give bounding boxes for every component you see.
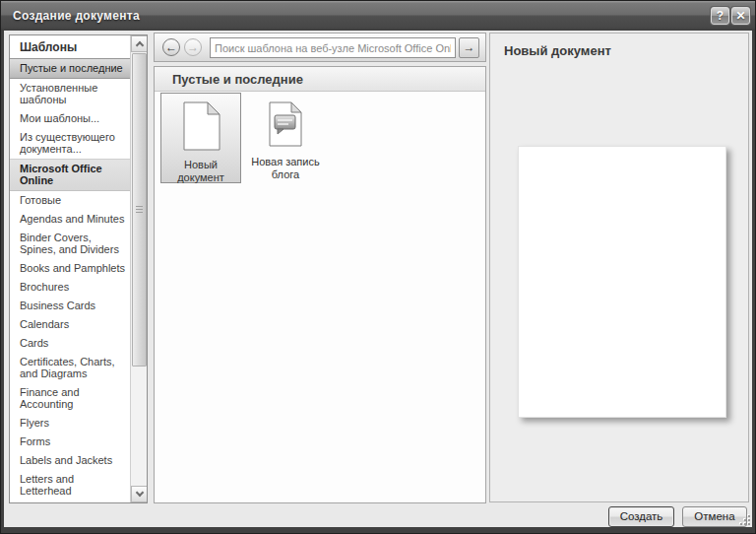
preview-title: Новый документ xyxy=(504,43,611,58)
sidebar-item-books[interactable]: Books and Pamphlets xyxy=(10,259,130,278)
dialog-title: Создание документа xyxy=(13,1,140,31)
sidebar-scrollbar[interactable] xyxy=(130,35,147,502)
create-button[interactable]: Создать xyxy=(608,506,674,527)
sidebar-item-cards[interactable]: Cards xyxy=(10,334,130,353)
search-toolbar: ← → → xyxy=(154,33,486,62)
new-document-dialog: Создание документа ? ✕ Шаблоны Пустые и … xyxy=(0,0,756,534)
template-tile-label: Новая запись блога xyxy=(245,156,326,181)
template-categories-list: Шаблоны Пустые и последние Установленные… xyxy=(10,35,130,502)
sidebar-item-featured[interactable]: Готовые xyxy=(10,191,130,210)
blank-document-icon xyxy=(181,101,220,151)
close-button[interactable]: ✕ xyxy=(731,7,750,25)
sidebar-section-office-online: Microsoft Office Online xyxy=(10,159,130,191)
sidebar-item-my-templates[interactable]: Мои шаблоны... xyxy=(10,109,130,128)
resize-grip-icon[interactable] xyxy=(738,513,750,525)
sidebar-item-calendars[interactable]: Calendars xyxy=(10,315,130,334)
close-icon: ✕ xyxy=(735,9,745,23)
sidebar-header: Шаблоны xyxy=(10,35,130,58)
search-go-icon: → xyxy=(464,40,475,54)
sidebar-item-brochures[interactable]: Brochures xyxy=(10,278,130,297)
scroll-up-icon xyxy=(136,41,144,49)
template-tile-new-document[interactable]: Новый документ xyxy=(160,93,241,183)
scroll-down-button[interactable] xyxy=(131,486,148,502)
sidebar-item-from-existing[interactable]: Из существующего документа... xyxy=(10,128,130,159)
template-tiles: Новый документ xyxy=(155,92,485,183)
sidebar-item-flyers[interactable]: Flyers xyxy=(10,414,130,433)
sidebar-item-binder-covers[interactable]: Binder Covers, Spines, and Dividers xyxy=(10,229,130,259)
sidebar-item-finance[interactable]: Finance and Accounting xyxy=(10,383,130,414)
sidebar-item-memos[interactable]: Memos and Fax Covers xyxy=(10,501,130,502)
document-preview-page xyxy=(518,146,726,418)
scroll-down-icon xyxy=(136,489,144,497)
sidebar-item-agendas[interactable]: Agendas and Minutes xyxy=(10,210,130,229)
help-button[interactable]: ? xyxy=(711,7,729,25)
sidebar-item-labels[interactable]: Labels and Jackets xyxy=(10,451,130,470)
sidebar-item-blank-recent[interactable]: Пустые и последние xyxy=(10,58,130,79)
sidebar-item-installed-templates[interactable]: Установленные шаблоны xyxy=(10,79,130,109)
gallery-section-title: Пустые и последние xyxy=(155,67,485,92)
search-go-button[interactable]: → xyxy=(459,37,479,58)
help-icon: ? xyxy=(717,9,724,23)
dialog-body: Шаблоны Пустые и последние Установленные… xyxy=(4,31,752,527)
back-icon: ← xyxy=(165,40,177,54)
sidebar-item-business-cards[interactable]: Business Cards xyxy=(10,297,130,315)
blog-post-icon xyxy=(267,100,304,148)
sidebar-item-forms[interactable]: Forms xyxy=(10,433,130,451)
scrollbar-thumb[interactable] xyxy=(132,53,147,367)
back-button[interactable]: ← xyxy=(162,38,180,56)
title-bar[interactable]: Создание документа ? ✕ xyxy=(1,1,755,31)
sidebar-item-letters[interactable]: Letters and Letterhead xyxy=(10,470,130,501)
template-tile-label: Новый документ xyxy=(161,159,240,184)
template-gallery-panel: Пустые и последние Новый документ xyxy=(154,66,486,503)
sidebar-item-certificates[interactable]: Certificates, Charts, and Diagrams xyxy=(10,353,130,383)
template-search-box xyxy=(210,37,456,58)
search-input[interactable] xyxy=(211,39,455,58)
forward-button[interactable]: → xyxy=(184,38,202,56)
template-categories-panel: Шаблоны Пустые и последние Установленные… xyxy=(9,34,148,503)
template-tile-blog-post[interactable]: Новая запись блога xyxy=(245,93,326,183)
forward-icon: → xyxy=(187,40,199,54)
scroll-up-button[interactable] xyxy=(131,35,148,52)
preview-panel: Новый документ xyxy=(489,33,749,502)
